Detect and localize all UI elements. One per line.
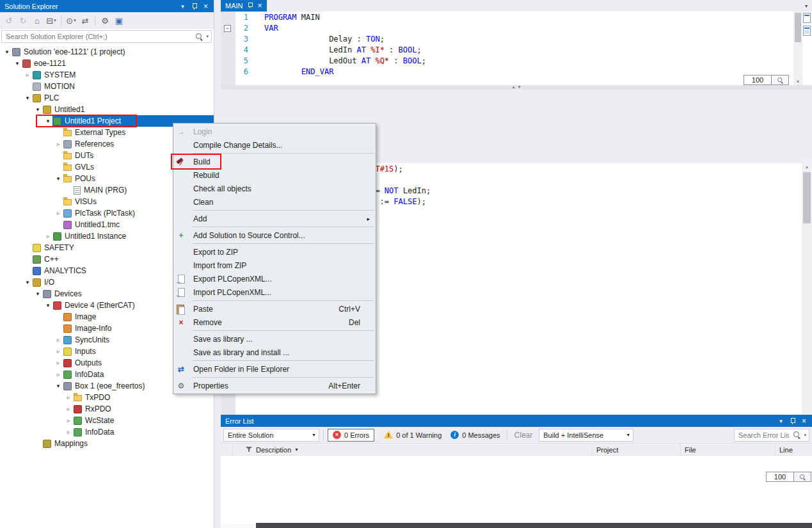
preview-icon[interactable]: ▣: [113, 14, 125, 27]
back-icon[interactable]: ↺: [3, 14, 15, 27]
tree-item-infodata[interactable]: ▹InfoData: [0, 426, 214, 438]
tree-expanded-arrow-icon[interactable]: ▾: [23, 279, 32, 285]
tree-expanded-arrow-icon[interactable]: ▾: [33, 106, 42, 113]
menu-item-check-all-objects[interactable]: Check all objects: [173, 182, 376, 195]
tree-collapsed-arrow-icon[interactable]: ▹: [44, 233, 52, 239]
menu-item-paste[interactable]: PasteCtrl+V: [173, 302, 376, 316]
tree-collapsed-arrow-icon[interactable]: ▹: [54, 337, 63, 343]
pin-icon[interactable]: [788, 416, 797, 426]
scrollbar-thumb[interactable]: [803, 172, 811, 223]
tree-item-eoe-1121[interactable]: ▾eoe-1121: [0, 58, 214, 69]
warnings-filter-button[interactable]: ! 0 of 1 Warning: [379, 429, 446, 442]
menu-item-import-from-zip[interactable]: Import from ZIP: [173, 259, 376, 272]
zoom-icon[interactable]: [772, 75, 789, 85]
sync-active-icon[interactable]: ⇄: [79, 14, 92, 27]
tree-item-mappings[interactable]: Mappings: [0, 438, 214, 449]
menu-item-properties[interactable]: ⚙PropertiesAlt+Enter: [173, 379, 376, 392]
tree-collapsed-arrow-icon[interactable]: ▹: [54, 210, 63, 216]
tab-close-icon[interactable]: ×: [258, 2, 262, 10]
tree-item-motion[interactable]: MOTION: [0, 81, 214, 92]
tree-expanded-arrow-icon[interactable]: ▾: [44, 302, 52, 308]
tree-expanded-arrow-icon[interactable]: ▾: [54, 383, 63, 389]
textual-view-icon[interactable]: [803, 13, 811, 23]
tab-pin-icon[interactable]: [248, 2, 253, 10]
menu-item-export-to-zip[interactable]: Export to ZIP: [173, 245, 376, 259]
scroll-up-icon[interactable]: ▴: [802, 164, 812, 170]
scope-filter-icon[interactable]: ⊙▾: [65, 14, 77, 27]
tree-collapsed-arrow-icon[interactable]: ▹: [54, 371, 63, 378]
tree-expanded-arrow-icon[interactable]: ▾: [23, 95, 32, 101]
collapse-all-icon[interactable]: ⊟▾: [45, 14, 58, 27]
tab-list-caret-icon[interactable]: ▾: [805, 3, 808, 9]
window-position-caret-icon[interactable]: ▾: [776, 416, 786, 426]
tree-expanded-arrow-icon[interactable]: ▾: [3, 49, 12, 55]
window-position-caret-icon[interactable]: ▾: [178, 1, 187, 11]
menu-item-clean[interactable]: Clean: [173, 195, 376, 209]
home-icon[interactable]: ⌂: [31, 14, 44, 27]
tree-collapsed-arrow-icon[interactable]: ▹: [64, 406, 73, 412]
tree-item-wcstate[interactable]: ▹WcState: [0, 415, 214, 426]
menu-item-save-as-library[interactable]: Save as library ...: [173, 332, 376, 346]
splitter-up-icon[interactable]: ▲: [512, 85, 516, 90]
menu-item-rebuild[interactable]: Rebuild: [173, 168, 376, 182]
zoom-icon[interactable]: [794, 472, 811, 482]
error-list-titlebar[interactable]: Error List ▾ ×: [221, 415, 812, 427]
scroll-down-icon[interactable]: ▾: [793, 79, 802, 84]
flag-column-header[interactable]: [221, 444, 232, 456]
tab-main[interactable]: MAIN ×: [221, 0, 267, 12]
menu-item-save-as-library-and-install[interactable]: Save as library and install ...: [173, 346, 376, 359]
solution-explorer-titlebar[interactable]: Solution Explorer ▾ ×: [0, 0, 214, 12]
menu-item-compile-change-details[interactable]: Compile Change Details...: [173, 138, 376, 152]
tree-collapsed-arrow-icon[interactable]: ▹: [54, 141, 63, 147]
tree-collapsed-arrow-icon[interactable]: ▹: [23, 72, 32, 78]
tree-collapsed-arrow-icon[interactable]: ▹: [64, 394, 73, 401]
messages-filter-button[interactable]: i 0 Messages: [446, 429, 504, 442]
search-options-caret-icon[interactable]: ▾: [206, 34, 209, 39]
search-options-caret-icon[interactable]: ▾: [804, 433, 806, 438]
close-icon[interactable]: ×: [201, 1, 211, 11]
menu-item-add-solution-to-source-control[interactable]: +Add Solution to Source Control...: [173, 228, 376, 242]
search-icon[interactable]: [195, 33, 203, 41]
tree-collapsed-arrow-icon[interactable]: ▹: [54, 360, 63, 366]
fold-collapse-icon[interactable]: −: [224, 25, 231, 32]
zoom-level[interactable]: 100: [744, 75, 772, 85]
tree-collapsed-arrow-icon[interactable]: ▹: [64, 417, 73, 424]
declaration-scrollbar[interactable]: ▾: [793, 12, 802, 85]
scope-combo[interactable]: Entire Solution ▾: [223, 429, 319, 442]
menu-item-export-plcopenxml[interactable]: Export PLCopenXML...: [173, 272, 376, 285]
declaration-editor[interactable]: 1PROGRAM MAIN2−VAR3 Delay : TON;4 LedIn …: [221, 12, 812, 85]
editor-splitter[interactable]: ▲ ▼: [221, 85, 812, 90]
tree-expanded-arrow-icon[interactable]: ▾: [54, 175, 63, 182]
menu-item-import-plcopenxml[interactable]: Import PLCopenXML...: [173, 285, 376, 299]
tree-expanded-arrow-icon[interactable]: ▾: [13, 60, 22, 67]
splitter-down-icon[interactable]: ▼: [518, 85, 521, 90]
scrollbar-thumb[interactable]: [795, 13, 801, 42]
tree-collapsed-arrow-icon[interactable]: ▹: [54, 348, 63, 355]
clear-button[interactable]: Clear: [514, 431, 533, 440]
tree-item-plc[interactable]: ▾PLC: [0, 92, 214, 104]
tree-expanded-arrow-icon[interactable]: ▾: [33, 291, 42, 297]
menu-item-add[interactable]: Add▸: [173, 212, 376, 225]
tree-expanded-arrow-icon[interactable]: ▾: [44, 118, 52, 124]
project-column-header[interactable]: Project: [592, 444, 680, 456]
close-icon[interactable]: ×: [799, 416, 809, 426]
filter-combo[interactable]: Build + IntelliSense ▾: [539, 429, 633, 442]
search-input[interactable]: [2, 33, 195, 40]
menu-item-build[interactable]: Build: [173, 155, 376, 168]
forward-icon[interactable]: ↻: [17, 14, 29, 27]
properties-icon[interactable]: ⚙: [99, 14, 111, 27]
tree-item-system[interactable]: ▹SYSTEM: [0, 69, 214, 81]
tree-collapsed-arrow-icon[interactable]: ▹: [64, 429, 73, 435]
tree-item-rxpdo[interactable]: ▹RxPDO: [0, 403, 214, 415]
zoom-level[interactable]: 100: [766, 472, 794, 482]
menu-item-open-folder-in-file-explorer[interactable]: ⇄Open Folder in File Explorer: [173, 362, 376, 376]
file-column-header[interactable]: File: [680, 444, 775, 456]
pin-icon[interactable]: [189, 1, 199, 11]
tree-item-solution-eoe-1121-1-project[interactable]: ▾Solution 'eoe-1121' (1 project): [0, 46, 214, 58]
menu-item-remove[interactable]: ×RemoveDel: [173, 316, 376, 329]
tree-item-untitled1[interactable]: ▾Untitled1: [0, 104, 214, 115]
error-list-search-input[interactable]: [735, 431, 793, 439]
description-column-header[interactable]: Description ▼: [232, 444, 592, 456]
line-column-header[interactable]: Line: [775, 444, 812, 456]
search-icon[interactable]: [793, 431, 801, 439]
